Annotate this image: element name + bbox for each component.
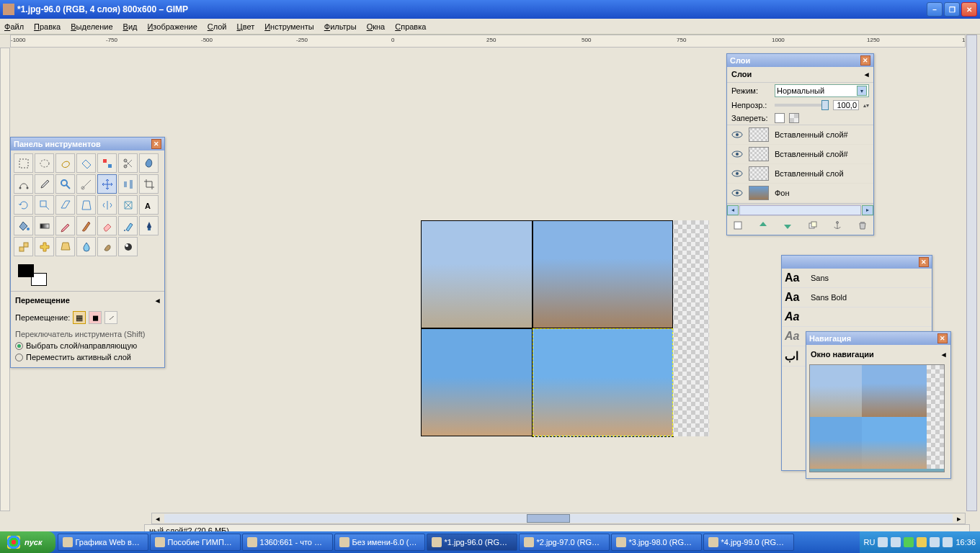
font-row[interactable]: Aa	[782, 307, 932, 327]
fuzzy-select-icon[interactable]	[76, 153, 96, 173]
minimize-button[interactable]: –	[927, 2, 943, 17]
mode-select[interactable]: Нормальный▾	[775, 84, 869, 97]
navigator-close-icon[interactable]: ✕	[937, 333, 948, 343]
scroll-left-icon[interactable]: ◂	[727, 205, 739, 215]
dodge-burn-icon[interactable]	[118, 237, 138, 256]
taskbar-button[interactable]: *3.jpg-98.0 (RG…	[611, 534, 702, 551]
radio-pick-layer[interactable]	[15, 342, 23, 350]
crop-icon[interactable]	[139, 174, 159, 194]
taskbar-button[interactable]: *1.jpg-96.0 (RG…	[427, 534, 517, 551]
paintbrush-icon[interactable]	[76, 216, 96, 235]
start-button[interactable]: пуск	[0, 531, 55, 553]
font-row[interactable]: AaSans	[782, 269, 932, 288]
layer-item[interactable]: Фон	[727, 184, 873, 203]
text-icon[interactable]: A	[139, 195, 159, 215]
paths-icon[interactable]	[14, 174, 33, 194]
menu-filters[interactable]: Фильтры	[324, 22, 357, 31]
document-canvas[interactable]	[421, 220, 709, 436]
move-mode-selection-icon[interactable]: ◼	[89, 311, 102, 324]
opacity-value[interactable]: 100,0	[833, 100, 859, 110]
layers-close-icon[interactable]: ✕	[860, 55, 870, 66]
eye-icon[interactable]	[731, 130, 743, 139]
tray-icon[interactable]	[891, 537, 901, 547]
taskbar-button[interactable]: Пособие ГИМП…	[150, 534, 241, 551]
menu-file[interactable]: Файл	[4, 22, 24, 31]
anchor-layer-icon[interactable]	[831, 219, 844, 232]
blend-icon[interactable]	[35, 216, 54, 235]
fg-color[interactable]	[18, 264, 34, 277]
fg-bg-colors[interactable]	[18, 264, 47, 286]
move-icon[interactable]	[97, 174, 117, 194]
lock-alpha-icon[interactable]	[789, 113, 799, 123]
menu-layer[interactable]: Слой	[208, 22, 227, 31]
fonts-title[interactable]: ✕	[782, 256, 932, 269]
flip-icon[interactable]	[97, 195, 117, 215]
ink-icon[interactable]	[139, 216, 159, 235]
layers-hscroll[interactable]: ◂ ▸	[727, 204, 873, 215]
bucket-fill-icon[interactable]	[14, 216, 33, 235]
scroll-right-icon[interactable]: ▸	[862, 205, 873, 215]
lower-layer-icon[interactable]	[781, 219, 794, 232]
tray-icon[interactable]	[930, 537, 940, 547]
foreground-select-icon[interactable]	[139, 153, 159, 173]
scale-icon[interactable]	[35, 195, 54, 215]
measure-icon[interactable]	[76, 174, 96, 194]
eye-icon[interactable]	[731, 169, 743, 178]
tool-options-menu-icon[interactable]: ◂	[156, 296, 160, 305]
main-hscroll[interactable]: ◂ ▸	[151, 513, 966, 524]
navigator-menu-icon[interactable]: ◂	[942, 350, 946, 359]
eye-icon[interactable]	[731, 150, 743, 158]
delete-layer-icon[interactable]	[856, 219, 869, 232]
align-icon[interactable]	[118, 174, 138, 194]
by-color-select-icon[interactable]	[97, 153, 117, 173]
rotate-icon[interactable]	[14, 195, 33, 215]
tray-icon[interactable]	[904, 537, 914, 547]
menu-help[interactable]: Справка	[395, 22, 426, 31]
shear-icon[interactable]	[55, 195, 75, 215]
spinner-icon[interactable]: ▴▾	[863, 102, 869, 109]
raise-layer-icon[interactable]	[757, 219, 770, 232]
perspective-icon[interactable]	[76, 195, 96, 215]
menu-tools[interactable]: Инструменты	[264, 22, 314, 31]
layer-item[interactable]: Вставленный слой	[727, 164, 873, 184]
taskbar-button[interactable]: Без имени-6.0 (…	[334, 534, 425, 551]
clone-icon[interactable]	[14, 237, 33, 256]
radio-move-active[interactable]	[15, 354, 23, 361]
duplicate-layer-icon[interactable]	[806, 219, 819, 232]
cage-icon[interactable]	[118, 195, 138, 215]
close-button[interactable]: ✕	[961, 2, 977, 17]
menu-edit[interactable]: Правка	[34, 22, 61, 31]
maximize-button[interactable]: ❐	[944, 2, 960, 17]
heal-icon[interactable]	[35, 237, 54, 256]
eraser-icon[interactable]	[97, 216, 117, 235]
eye-icon[interactable]	[731, 189, 743, 197]
opacity-slider[interactable]	[775, 104, 829, 107]
scrollbar-vertical[interactable]	[966, 35, 977, 511]
rect-select-icon[interactable]	[14, 153, 33, 173]
menu-view[interactable]: Вид	[123, 22, 138, 31]
taskbar-button[interactable]: Графика Web в…	[58, 534, 148, 551]
tray-icon[interactable]	[917, 537, 927, 547]
layers-title[interactable]: Слои ✕	[727, 54, 873, 67]
font-row[interactable]: AaSans Bold	[782, 288, 932, 307]
clock[interactable]: 16:36	[956, 538, 976, 547]
tray-icon[interactable]	[878, 537, 888, 547]
lang-indicator[interactable]: RU	[864, 538, 876, 547]
new-layer-icon[interactable]	[731, 219, 744, 232]
airbrush-icon[interactable]	[118, 216, 138, 235]
perspective-clone-icon[interactable]	[55, 237, 75, 256]
move-mode-path-icon[interactable]: ⟋	[104, 311, 117, 324]
smudge-icon[interactable]	[97, 237, 117, 256]
pencil-icon[interactable]	[55, 216, 75, 235]
layer-item[interactable]: Вставленный слой#	[727, 145, 873, 164]
toolbox-title[interactable]: Панель инструментов ✕	[11, 138, 164, 150]
move-mode-layer-icon[interactable]: ▦	[73, 311, 86, 324]
color-picker-icon[interactable]	[35, 174, 54, 194]
layers-menu-icon[interactable]: ◂	[865, 70, 869, 79]
toolbox-close-icon[interactable]: ✕	[151, 139, 161, 149]
taskbar-button[interactable]: *4.jpg-99.0 (RG…	[703, 534, 794, 551]
tray-icon[interactable]	[943, 537, 953, 547]
taskbar-button[interactable]: 1360:661 - что …	[242, 534, 333, 551]
free-select-icon[interactable]	[55, 153, 75, 173]
navigator-title[interactable]: Навигация ✕	[806, 332, 950, 345]
